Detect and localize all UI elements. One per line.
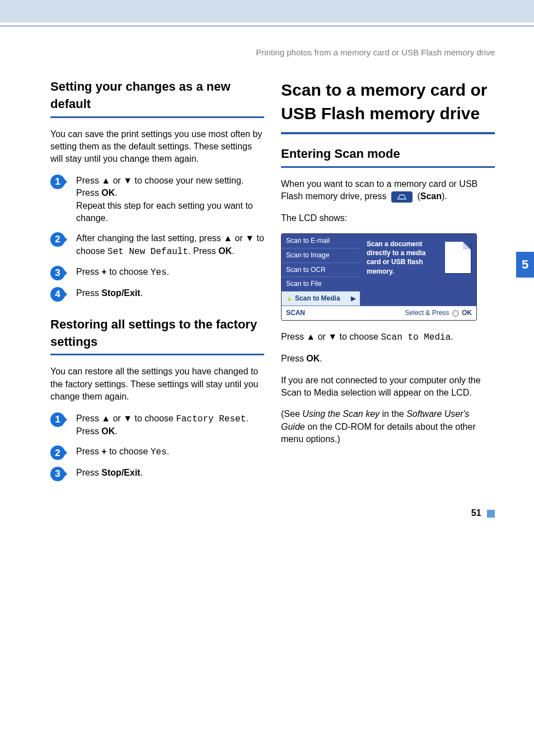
- step-badge-1: 1: [50, 412, 65, 427]
- step-badge-3: 3: [50, 467, 65, 481]
- lcd-menu: Scan to E-mail Scan to Image Scan to OCR…: [282, 234, 360, 306]
- lcd-item: Scan to Image: [282, 248, 360, 263]
- scan-key-icon: [391, 191, 413, 203]
- step-badge-3: 3: [50, 266, 65, 280]
- lcd-shows-label: The LCD shows:: [281, 212, 495, 224]
- lcd-footer: SCAN Select & Press OK: [282, 306, 476, 320]
- after-lcd-2: Press OK.: [281, 353, 495, 365]
- document-icon: [445, 242, 471, 273]
- lcd-item: Scan to File: [282, 277, 360, 292]
- ok-button-icon: [452, 310, 459, 317]
- section-title-set-default: Setting your changes as a new default: [50, 78, 264, 113]
- step-2: 2 After changing the last setting, press…: [50, 232, 264, 258]
- step-3: 3 Press Stop/Exit.: [50, 467, 264, 479]
- left-column: Setting your changes as a new default Yo…: [50, 78, 264, 496]
- chevron-right-icon: ▶: [351, 294, 355, 303]
- top-header-bar: [0, 0, 534, 22]
- step-badge-4: 4: [50, 287, 65, 302]
- section-title-restore: Restoring all settings to the factory se…: [50, 316, 264, 351]
- after-lcd-1: Press ▲ or ▼ to choose Scan to Media.: [281, 331, 495, 344]
- page-marker: [487, 510, 495, 518]
- steps-set-default: 1 Press ▲ or ▼ to choose your new settin…: [50, 175, 264, 299]
- step-2: 2 Press + to choose Yes.: [50, 445, 264, 458]
- section-intro: You can save the print settings you use …: [50, 128, 264, 166]
- after-lcd-4: (See Using the Scan key in the Software …: [281, 408, 495, 445]
- section-underline: [50, 354, 264, 355]
- step-1: 1 Press ▲ or ▼ to choose Factory Reset. …: [50, 412, 264, 438]
- scan-intro: When you want to scan to a memory card o…: [281, 178, 495, 203]
- breadcrumb: Printing photos from a memory card or US…: [50, 46, 495, 58]
- lcd-item: Scan to OCR: [282, 263, 360, 278]
- main-underline: [281, 132, 495, 134]
- lcd-item-active: ▲Scan to Media ▶: [282, 292, 360, 306]
- page-footer: 51: [0, 507, 534, 530]
- step-4: 4 Press Stop/Exit.: [50, 287, 264, 299]
- section-intro: You can restore all the settings you hav…: [50, 365, 264, 403]
- right-column: 5 Scan to a memory card or USB Flash mem…: [281, 78, 495, 496]
- lcd-screenshot: Scan to E-mail Scan to Image Scan to OCR…: [281, 233, 477, 321]
- after-lcd-3: If you are not connected to your compute…: [281, 374, 495, 400]
- chapter-tab: 5: [516, 252, 534, 278]
- section-title-entering-scan: Entering Scan mode: [281, 145, 495, 163]
- steps-restore: 1 Press ▲ or ▼ to choose Factory Reset. …: [50, 412, 264, 480]
- step-badge-1: 1: [50, 175, 65, 189]
- step-3: 3 Press + to choose Yes.: [50, 266, 264, 279]
- main-title: Scan to a memory card or USB Flash memor…: [281, 78, 495, 125]
- section-underline: [50, 116, 264, 118]
- step-badge-2: 2: [50, 445, 65, 460]
- lcd-help-panel: Scan a document directly to a media card…: [360, 234, 476, 306]
- step-1: 1 Press ▲ or ▼ to choose your new settin…: [50, 175, 264, 225]
- section-underline: [281, 166, 495, 168]
- lcd-item: Scan to E-mail: [282, 234, 360, 248]
- page-number: 51: [471, 508, 481, 518]
- step-badge-2: 2: [50, 232, 65, 247]
